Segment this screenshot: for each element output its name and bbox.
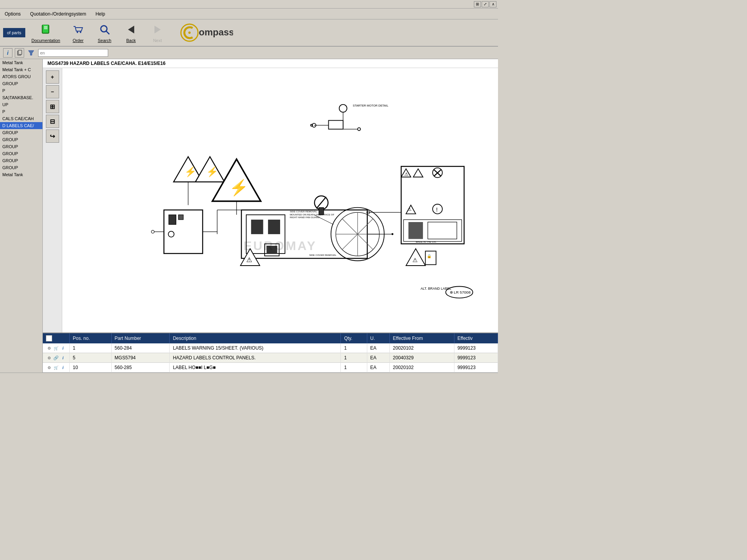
row-unit: EA xyxy=(367,363,389,373)
sidebar-item-labels-cae[interactable]: D LABELS CAE/ xyxy=(0,122,42,129)
svg-text:STARTER MOTOR DETAIL: STARTER MOTOR DETAIL xyxy=(353,104,388,107)
svg-line-9 xyxy=(106,31,109,34)
sidebar-item-ators-group[interactable]: ATORS GROU xyxy=(0,73,42,80)
back-button[interactable]: Back xyxy=(119,21,143,44)
row-qty: 1 xyxy=(341,363,367,373)
toolbar: of parts Documentation Order xyxy=(0,19,498,47)
documentation-label: Documentation xyxy=(32,38,60,43)
zoom-out-button[interactable]: − xyxy=(46,85,59,98)
svg-rect-45 xyxy=(251,220,263,234)
row-link-icon[interactable]: 🔗 xyxy=(53,355,59,361)
window-chrome: ⊞ ⤢ ∧ xyxy=(0,0,498,9)
info-button[interactable]: i xyxy=(3,48,12,58)
row-pos: 1 xyxy=(70,343,112,353)
sidebar-item-metal-tank-c[interactable]: Metal Tank + C xyxy=(0,66,42,73)
row-icons-cell: ⚙ 🔗 i xyxy=(43,353,70,363)
menu-options[interactable]: Options xyxy=(3,10,22,18)
diagram-canvas: EUROMAY STARTER MOTOR DETAIL xyxy=(62,68,498,332)
svg-marker-17 xyxy=(28,51,34,55)
svg-rect-18 xyxy=(62,84,498,316)
sidebar-item-group3[interactable]: GROUP xyxy=(0,136,42,143)
next-icon xyxy=(151,23,165,37)
col-header-effective-from: Effective From xyxy=(389,333,454,343)
sidebar-item-group5[interactable]: GROUP xyxy=(0,150,42,157)
svg-text:⚠: ⚠ xyxy=(404,172,409,177)
sidebar-item-group6[interactable]: GROUP xyxy=(0,157,42,164)
row-gear-icon[interactable]: ⚙ xyxy=(46,345,52,351)
sidebar-item-up[interactable]: UP xyxy=(0,101,42,108)
of-parts-button[interactable]: of parts xyxy=(3,28,25,37)
svg-text:⚡: ⚡ xyxy=(206,166,219,178)
sidebar-item-group2[interactable]: GROUP xyxy=(0,129,42,136)
zoom-in-button[interactable]: + xyxy=(46,70,59,84)
svg-text:MOUNTED ON REAR LOWER FACE OF: MOUNTED ON REAR LOWER FACE OF xyxy=(290,213,335,216)
sidebar-item-metal-tank[interactable]: Metal Tank xyxy=(0,59,42,66)
close-chrome-btn[interactable]: ∧ xyxy=(489,1,496,7)
row-effective-to: 9999123 xyxy=(454,343,498,353)
column-settings-icon[interactable]: ⚙ xyxy=(46,335,52,341)
svg-text:MADE IN THE U.K.: MADE IN THE U.K. xyxy=(416,241,437,243)
menu-help[interactable]: Help xyxy=(94,10,107,18)
content: MGS4739 HAZARD LABELS CAE/CAHA. E14/E15/… xyxy=(43,59,498,373)
row-cart-icon[interactable]: 🛒 xyxy=(53,345,59,351)
row-gear-link-icon[interactable]: ⚙ xyxy=(46,355,52,361)
maximize-chrome-btn[interactable]: ⤢ xyxy=(482,1,489,7)
row-effective-from: 20020102 xyxy=(389,363,454,373)
col-header-effective-to: Effectiv xyxy=(454,333,498,343)
bottom-bar: 015 🇬🇧 📄 Documentation Page 1 from 1 xyxy=(0,373,498,373)
svg-text:🔒: 🔒 xyxy=(427,254,432,259)
grid-chrome-btn[interactable]: ⊞ xyxy=(474,1,481,7)
row-info-icon-2[interactable]: i xyxy=(60,355,66,361)
svg-text:⚠: ⚠ xyxy=(407,206,412,212)
row-info-icon[interactable]: i xyxy=(60,345,66,351)
svg-text:⚡: ⚡ xyxy=(229,178,249,197)
documentation-button[interactable]: Documentation xyxy=(28,21,63,44)
copy-button[interactable] xyxy=(15,48,24,58)
sidebar-item-p2[interactable]: P xyxy=(0,108,42,115)
svg-marker-10 xyxy=(128,26,134,33)
sidebar: Metal Tank Metal Tank + C ATORS GROU GRO… xyxy=(0,59,43,373)
order-icon xyxy=(71,23,85,37)
order-label: Order xyxy=(73,38,84,43)
col-header-pos: Pos. no. xyxy=(70,333,112,343)
zoom-fit-all-button[interactable]: ⊞ xyxy=(46,100,59,113)
row-cart-icon-3[interactable]: 🛒 xyxy=(53,364,59,371)
row-effective-to: 9999123 xyxy=(454,363,498,373)
table-row: ⚙ 🛒 i 10 560-285 LABEL HO■■I L■G■ 1 EA 2… xyxy=(43,363,498,373)
row-effective-from: 20020102 xyxy=(389,343,454,353)
next-label: Next xyxy=(153,38,162,43)
menubar: Options Quotation-/Orderingsystem Help xyxy=(0,9,498,19)
zoom-controls: + − ⊞ ⊟ ↪ xyxy=(43,68,62,332)
row-unit: EA xyxy=(367,343,389,353)
search-button[interactable]: Search xyxy=(93,21,116,44)
documentation-icon xyxy=(39,23,53,37)
row-part-number: 560-285 xyxy=(111,363,170,373)
row-description: LABELS WARNING 15/SHEET. (VARIOUS) xyxy=(170,343,341,353)
filter-button[interactable] xyxy=(26,48,36,58)
col-header-part-number: Part Number xyxy=(111,333,170,343)
zoom-export-button[interactable]: ↪ xyxy=(46,130,59,143)
menu-quotation[interactable]: Quotation-/Orderingsystem xyxy=(28,10,88,18)
svg-point-13 xyxy=(188,32,191,34)
row-info-icon-3[interactable]: i xyxy=(60,364,66,371)
zoom-fit-one-button[interactable]: ⊟ xyxy=(46,115,59,128)
sidebar-item-cals-caecah[interactable]: CALS CAE/CAH xyxy=(0,115,42,122)
row-gear-icon-3[interactable]: ⚙ xyxy=(46,364,52,371)
sidebar-item-group4[interactable]: GROUP xyxy=(0,143,42,150)
of-parts-label: of parts xyxy=(7,30,21,35)
sidebar-item-group1[interactable]: GROUP xyxy=(0,80,42,87)
order-button[interactable]: Order xyxy=(67,21,90,44)
row-part-number: 560-284 xyxy=(111,343,170,353)
diagram-title: MGS4739 HAZARD LABELS CAE/CAHA. E14/E15/… xyxy=(43,59,498,68)
sidebar-item-p1[interactable]: P xyxy=(0,87,42,94)
svg-text:!: ! xyxy=(436,206,438,213)
technical-diagram: STARTER MOTOR DETAIL ⚡ xyxy=(62,68,498,332)
sidebar-item-group7[interactable]: GROUP xyxy=(0,164,42,171)
svg-text:⊕ LR 57008: ⊕ LR 57008 xyxy=(450,290,471,294)
table-row: ⚙ 🔗 i 5 MGS5794 HAZARD LABELS CONTROL PA… xyxy=(43,353,498,363)
search-input[interactable] xyxy=(38,49,108,57)
parts-section: ⚙ Pos. no. Part Number Description Qty. … xyxy=(43,332,498,373)
sidebar-item-metal-tank2[interactable]: Metal Tank xyxy=(0,171,42,178)
sidebar-item-sa-tankbase[interactable]: SA)TANKBASE. xyxy=(0,94,42,101)
next-button[interactable]: Next xyxy=(146,21,169,44)
